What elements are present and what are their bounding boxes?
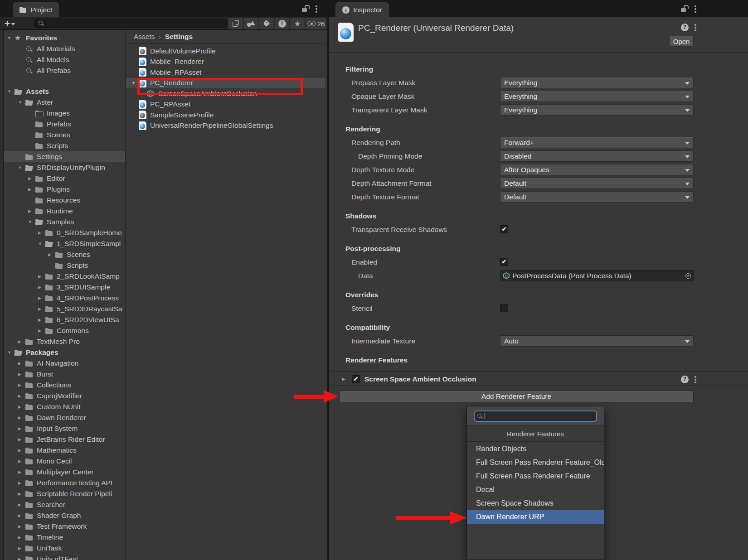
tree-item[interactable]: Burst [0,369,125,380]
foldout-arrow-icon[interactable] [38,318,45,322]
foldout-arrow-icon[interactable] [18,546,25,550]
foldout-arrow-icon[interactable] [28,187,35,192]
transparent-receive-shadows-checkbox[interactable] [500,225,508,233]
tree-item[interactable]: Unity glTFast [0,554,125,560]
foldout-arrow-icon[interactable] [18,459,25,463]
ssao-enabled-checkbox[interactable] [352,375,360,383]
foldout-arrow-icon[interactable] [38,231,45,235]
asset-list-item[interactable]: PC_RPAsset [126,99,325,110]
foldout-arrow-icon[interactable] [38,274,45,279]
kebab-menu-icon[interactable] [695,5,696,7]
open-button[interactable]: Open [669,36,694,47]
foldout-arrow-icon[interactable] [38,307,45,311]
tree-item[interactable]: All Materials [0,43,125,54]
foldout-arrow-icon[interactable] [18,492,25,496]
search-by-import-log-button[interactable]: ! [275,18,289,29]
tree-item[interactable]: 6_SRD2DViewUISa [0,314,125,325]
depth-texture-mode-dropdown[interactable]: After Opaques [500,164,694,175]
postprocessing-enabled-checkbox[interactable] [500,258,508,266]
open-search-window-button[interactable] [228,18,243,29]
foldout-arrow-icon[interactable] [38,241,45,246]
depth-priming-mode-dropdown[interactable]: Disabled [500,150,694,162]
foldout-arrow-icon[interactable] [18,535,25,540]
foldout-arrow-icon[interactable] [18,481,25,485]
asset-list-item[interactable]: Mobile_Renderer [126,57,325,68]
foldout-arrow-icon[interactable] [18,394,25,398]
tree-item[interactable]: All Prefabs [0,65,125,76]
breadcrumb-root[interactable]: Assets [134,33,155,41]
tree-item[interactable]: Favorites [0,33,125,43]
dropdown-search-input[interactable] [474,410,597,422]
tree-item[interactable]: Input System [0,423,125,434]
tree-item[interactable]: 4_SRDPostProcess [0,293,125,304]
tree-item[interactable]: Mono Cecil [0,456,125,467]
dropdown-item[interactable]: Render Objects [467,442,604,456]
dropdown-item[interactable]: Dawn Renderer URP [467,510,604,524]
tree-item[interactable]: Timeline [0,532,125,543]
foldout-arrow-icon[interactable] [18,372,25,377]
tree-item[interactable]: Scriptable Render Pipeli [0,488,125,499]
tree-item[interactable]: Scripts [0,140,125,151]
tree-item[interactable]: Samples [0,217,125,227]
tree-item[interactable]: Commons [0,325,125,336]
tree-item[interactable]: SRDisplayUnityPlugin [0,162,125,173]
foldout-arrow-icon[interactable]: ▶ [342,372,345,386]
tree-item[interactable]: JetBrains Rider Editor [0,434,125,445]
kebab-menu-icon[interactable] [316,5,317,7]
asset-list-item[interactable]: DefaultVolumeProfile [126,46,325,57]
foldout-arrow-icon[interactable] [18,383,25,387]
breadcrumb-current[interactable]: Settings [165,33,193,41]
tree-item[interactable]: Multiplayer Center [0,467,125,478]
tree-item[interactable]: All Models [0,54,125,65]
stencil-checkbox[interactable] [500,304,508,312]
tree-item[interactable]: Dawn Renderer [0,412,125,423]
renderer-feature-row-ssao[interactable]: ▶ Screen Space Ambient Occlusion ? [329,372,748,386]
tree-item[interactable]: TextMesh Pro [0,336,125,347]
foldout-arrow-icon[interactable] [38,285,45,290]
tree-item[interactable]: Test Framework [0,521,125,532]
tree-item[interactable]: Aster [0,97,125,108]
kebab-menu-icon[interactable] [695,376,696,378]
asset-list-item[interactable]: Mobile_RPAsset [126,67,325,78]
add-renderer-feature-button[interactable]: Add Renderer Feature [339,391,694,402]
depth-attachment-format-dropdown[interactable]: Default [500,178,694,189]
dropdown-item[interactable]: Decal [467,483,604,497]
lock-icon[interactable] [302,5,308,12]
search-by-label-button[interactable] [259,18,274,29]
foldout-arrow-icon[interactable] [18,513,25,518]
tree-item[interactable]: Plugins [0,184,125,195]
help-icon[interactable]: ? [681,24,689,31]
foldout-arrow-icon[interactable] [28,220,35,224]
tree-item[interactable]: Images [0,108,125,119]
tree-item[interactable]: 1_SRDSimpleSampl [0,238,125,249]
foldout-arrow-icon[interactable] [18,502,25,507]
foldout-arrow-icon[interactable] [38,328,45,333]
dropdown-item[interactable]: Full Screen Pass Renderer Feature_Old G [467,456,604,469]
search-by-type-button[interactable] [244,18,258,29]
tab-project[interactable]: Project [13,2,59,17]
intermediate-texture-dropdown[interactable]: Auto [500,335,694,347]
asset-list-item[interactable]: UniversalRenderPipelineGlobalSettings [126,121,325,131]
tree-item[interactable]: CsprojModifier [0,391,125,401]
foldout-arrow-icon[interactable] [18,448,25,453]
tree-item[interactable]: Editor [0,173,125,184]
foldout-arrow-icon[interactable] [48,252,55,257]
foldout-arrow-icon[interactable] [18,557,25,560]
favorite-search-button[interactable]: ★ [290,18,305,29]
foldout-arrow-icon[interactable] [18,426,25,431]
tree-item[interactable]: 2_SRDLookAtSamp [0,271,125,282]
foldout-arrow-icon[interactable] [18,165,25,170]
tree-item[interactable]: Shader Graph [0,510,125,521]
opaque-layer-mask-dropdown[interactable]: Everything [500,91,694,102]
tree-item[interactable]: 0_SRDSampleHome [0,227,125,238]
foldout-arrow-icon[interactable] [18,524,25,529]
foldout-arrow-icon[interactable] [18,437,25,442]
foldout-arrow-icon[interactable] [28,176,35,181]
asset-list-item[interactable]: SampleSceneProfile [126,110,325,121]
kebab-menu-icon[interactable] [695,24,696,26]
prepass-layer-mask-dropdown[interactable]: Everything [500,77,694,88]
foldout-arrow-icon[interactable] [18,470,25,474]
foldout-arrow-icon[interactable] [18,339,25,344]
tree-item[interactable]: Collections [0,380,125,391]
tree-item[interactable]: 3_SRDUISample [0,282,125,293]
